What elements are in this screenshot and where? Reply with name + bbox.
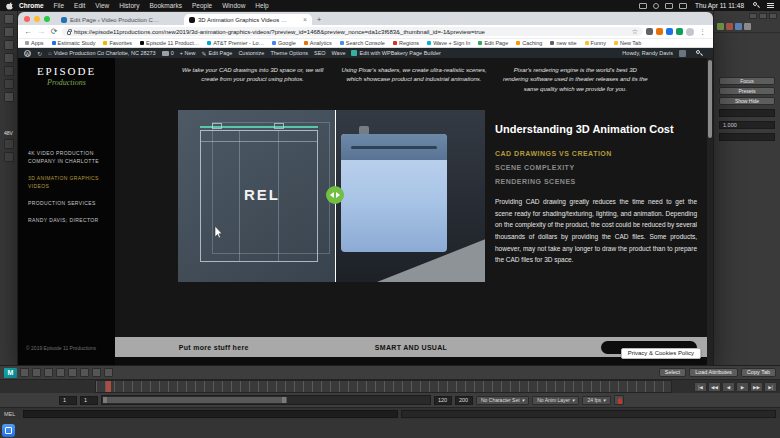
- address-bar[interactable]: https://episode11productions.com/new2019…: [62, 27, 643, 36]
- maya-panel-icon[interactable]: [769, 13, 777, 19]
- command-language-label[interactable]: MEL: [4, 411, 20, 417]
- updates-icon[interactable]: ↻: [37, 50, 42, 57]
- bookmark-item[interactable]: Search Console: [340, 40, 385, 46]
- show-hide-button[interactable]: Show Hide: [719, 97, 775, 105]
- menu-view[interactable]: View: [90, 2, 114, 9]
- focus-button[interactable]: Focus: [719, 77, 775, 85]
- attribute-field[interactable]: [719, 109, 775, 117]
- presets-button[interactable]: Presets: [719, 87, 775, 95]
- profile-avatar[interactable]: [686, 28, 694, 36]
- bookmark-item[interactable]: new site: [550, 40, 576, 46]
- tab-3d-animation-active[interactable]: 3D Animation Graphics Videos … ×: [184, 14, 312, 25]
- before-after-slider[interactable]: REL: [178, 110, 485, 282]
- go-to-start-button[interactable]: |◀: [694, 382, 707, 392]
- current-frame-marker[interactable]: [106, 381, 111, 392]
- menu-bookmarks[interactable]: Bookmarks: [144, 2, 187, 9]
- maya-tool-icon[interactable]: [4, 66, 14, 76]
- playback-start-field[interactable]: 1: [59, 396, 77, 405]
- status-icon-wifi[interactable]: [665, 3, 673, 9]
- bookmark-folder-favorites[interactable]: Favorites: [103, 40, 132, 46]
- status-line-icon[interactable]: [68, 368, 77, 377]
- extension-icon[interactable]: [646, 28, 653, 35]
- apple-menu-icon[interactable]: [6, 1, 14, 10]
- new-tab-button[interactable]: +: [312, 14, 326, 25]
- zoom-window-button[interactable]: [44, 16, 50, 22]
- bookmark-item[interactable]: Regions: [393, 40, 419, 46]
- nav-item-randy-davis-director[interactable]: RANDY DAVIS; DIRECTOR: [28, 216, 106, 224]
- step-forward-button[interactable]: ▶▶: [750, 382, 763, 392]
- lock-icon[interactable]: [67, 31, 71, 35]
- page-scrollbar[interactable]: [707, 58, 713, 365]
- nav-item-3d-animation-graphics[interactable]: 3D ANIMATION GRAPHICS VIDEOS: [28, 174, 106, 190]
- maya-tool-icon[interactable]: [4, 14, 14, 24]
- animation-end-field[interactable]: 200: [455, 396, 473, 405]
- menu-history[interactable]: History: [114, 2, 144, 9]
- adminbar-site-name[interactable]: ⌂Video Production Co Charlotte, NC 28273: [48, 50, 156, 56]
- adminbar-comments[interactable]: 0: [162, 50, 174, 56]
- adminbar-theme-options[interactable]: Theme Options: [270, 50, 308, 56]
- range-slider-fill[interactable]: [103, 397, 287, 403]
- time-slider[interactable]: [95, 380, 672, 393]
- status-line-icon[interactable]: [44, 368, 53, 377]
- status-icon-bluetooth[interactable]: [653, 3, 659, 9]
- attribute-field[interactable]: [719, 133, 775, 141]
- maya-tool-icon[interactable]: [4, 139, 14, 149]
- slider-handle[interactable]: [326, 186, 344, 204]
- dock-app-icon[interactable]: [2, 424, 15, 437]
- bookmark-item[interactable]: Episode 11 Product…: [140, 40, 199, 46]
- menubar-app-name[interactable]: Chrome: [14, 2, 49, 9]
- range-handle-left[interactable]: [103, 397, 107, 403]
- tab-scene-complexity[interactable]: SCENE COMPLEXITY: [495, 164, 697, 171]
- bookmark-item[interactable]: Analytics: [304, 40, 332, 46]
- menu-window[interactable]: Window: [217, 2, 250, 9]
- status-line-icon[interactable]: [32, 368, 41, 377]
- maya-tool-icon[interactable]: [4, 92, 14, 102]
- bookmark-folder-new-tab[interactable]: New Tab: [614, 40, 641, 46]
- notification-center-icon[interactable]: [767, 3, 774, 8]
- adminbar-avatar[interactable]: [679, 50, 686, 57]
- maya-tool-icon[interactable]: [4, 79, 14, 89]
- bookmark-item[interactable]: AT&T Premier - Lo…: [207, 40, 264, 46]
- bookmark-item[interactable]: Edit Page: [478, 40, 508, 46]
- menubar-clock[interactable]: Thu Apr 11 11:48: [690, 2, 749, 9]
- adminbar-customize[interactable]: Customize: [238, 50, 264, 56]
- url-text[interactable]: https://episode11productions.com/new2019…: [74, 29, 629, 35]
- menu-help[interactable]: Help: [250, 2, 273, 9]
- privacy-cookies-button[interactable]: Privacy & Cookies Policy: [621, 348, 701, 359]
- extension-icon[interactable]: [676, 28, 683, 35]
- attribute-value-field[interactable]: 1.000: [719, 121, 775, 129]
- reload-button[interactable]: ⟳: [49, 28, 59, 36]
- bookmark-item[interactable]: Estimatic Study: [52, 40, 96, 46]
- forward-button[interactable]: →: [36, 28, 46, 36]
- step-back-button[interactable]: ◀◀: [708, 382, 721, 392]
- wordpress-logo-icon[interactable]: W: [24, 50, 31, 57]
- tab-edit-page[interactable]: Edit Page ‹ Video Production C…: [56, 14, 184, 25]
- status-icon-display[interactable]: [639, 3, 647, 9]
- play-backwards-button[interactable]: ◀: [722, 382, 735, 392]
- tab-rendering-scenes[interactable]: RENDERING SCENES: [495, 178, 697, 185]
- status-line-icon[interactable]: [92, 368, 101, 377]
- range-slider[interactable]: [101, 395, 431, 405]
- maya-tool-icon[interactable]: [4, 27, 14, 37]
- tab-cad-drawings-vs-creation[interactable]: CAD DRAWINGS VS CREATION: [495, 150, 697, 157]
- status-line-icon[interactable]: [80, 368, 89, 377]
- bookmark-item[interactable]: Wave + Sign In: [427, 40, 470, 46]
- nav-item-production-services[interactable]: PRODUCTION SERVICES: [28, 199, 106, 207]
- anim-layer-dropdown[interactable]: No Anim Layer▾: [532, 396, 579, 405]
- animation-start-field[interactable]: 1: [80, 396, 98, 405]
- adminbar-new-button[interactable]: + New: [180, 50, 196, 56]
- browser-menu-icon[interactable]: ⋮: [697, 28, 708, 36]
- load-attributes-button[interactable]: Load Attributes: [689, 368, 738, 377]
- status-line-icon[interactable]: [104, 368, 113, 377]
- adminbar-search-icon[interactable]: [696, 50, 703, 57]
- fps-dropdown[interactable]: 24 fps▾: [582, 396, 610, 405]
- menu-edit[interactable]: Edit: [69, 2, 90, 9]
- adminbar-wave[interactable]: Wave: [332, 50, 346, 56]
- close-window-button[interactable]: [24, 16, 30, 22]
- character-set-dropdown[interactable]: No Character Set▾: [476, 396, 529, 405]
- maya-panel-icon[interactable]: [749, 13, 757, 19]
- menu-file[interactable]: File: [49, 2, 69, 9]
- shelf-icon[interactable]: [717, 23, 724, 30]
- adminbar-edit-page[interactable]: ✎Edit Page: [202, 50, 233, 57]
- maya-tool-icon[interactable]: [4, 53, 14, 63]
